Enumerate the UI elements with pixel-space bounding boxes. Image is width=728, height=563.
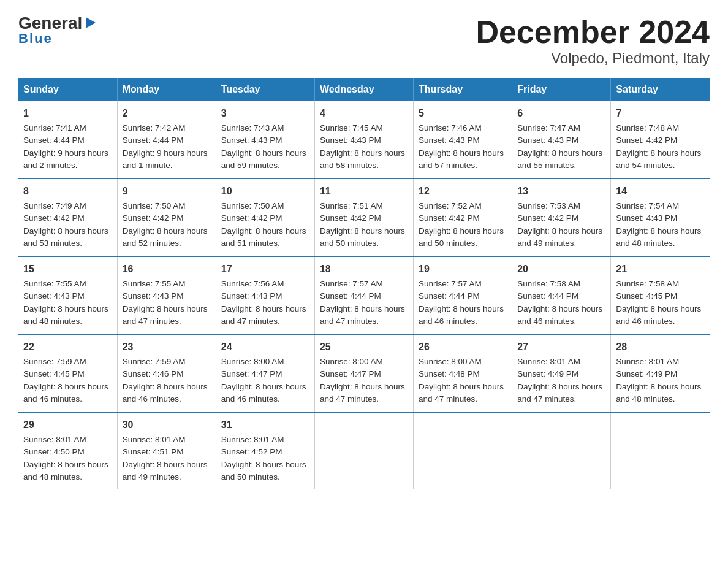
sunrise-text: Sunrise: 7:48 AM bbox=[616, 123, 679, 132]
day-number: 18 bbox=[320, 262, 408, 277]
day-cell bbox=[414, 412, 512, 489]
daylight-label: Daylight: 8 hours hours bbox=[320, 304, 405, 313]
daylight-label: Daylight: 8 hours hours bbox=[123, 460, 208, 469]
calendar-page: General Blue December 2024 Volpedo, Pied… bbox=[0, 0, 728, 508]
header-saturday: Saturday bbox=[611, 78, 710, 101]
header: General Blue December 2024 Volpedo, Pied… bbox=[18, 15, 710, 67]
sunset-text: Sunset: 4:43 PM bbox=[419, 136, 480, 145]
sunset-text: Sunset: 4:42 PM bbox=[23, 213, 85, 223]
daylight-minutes: and 46 minutes. bbox=[23, 394, 82, 404]
daylight-label: Daylight: 8 hours hours bbox=[517, 148, 602, 158]
sunset-text: Sunset: 4:51 PM bbox=[123, 447, 184, 456]
day-cell: 23Sunrise: 7:59 AMSunset: 4:46 PMDayligh… bbox=[117, 334, 216, 412]
daylight-label: Daylight: 8 hours hours bbox=[616, 382, 701, 391]
day-cell bbox=[611, 412, 710, 489]
header-tuesday: Tuesday bbox=[216, 78, 314, 101]
daylight-minutes: and 48 minutes. bbox=[616, 394, 675, 404]
sunset-text: Sunset: 4:43 PM bbox=[616, 213, 677, 223]
daylight-minutes: and 50 minutes. bbox=[320, 239, 379, 248]
daylight-minutes: and 47 minutes. bbox=[320, 316, 379, 326]
header-thursday: Thursday bbox=[414, 78, 512, 101]
sunrise-text: Sunrise: 7:45 AM bbox=[320, 123, 383, 132]
day-cell bbox=[314, 412, 413, 489]
daylight-label: Daylight: 8 hours hours bbox=[419, 304, 504, 313]
sunset-text: Sunset: 4:43 PM bbox=[123, 291, 184, 301]
day-number: 26 bbox=[419, 340, 507, 354]
header-sunday: Sunday bbox=[18, 78, 117, 101]
daylight-minutes: and 50 minutes. bbox=[419, 239, 477, 248]
daylight-label: Daylight: 8 hours hours bbox=[221, 304, 306, 313]
daylight-label: Daylight: 8 hours hours bbox=[419, 226, 504, 236]
day-number: 22 bbox=[23, 340, 112, 354]
day-cell: 30Sunrise: 8:01 AMSunset: 4:51 PMDayligh… bbox=[117, 412, 216, 489]
sunset-text: Sunset: 4:42 PM bbox=[320, 213, 381, 223]
svg-marker-0 bbox=[86, 17, 96, 28]
sunset-text: Sunset: 4:47 PM bbox=[320, 369, 381, 378]
day-number: 16 bbox=[123, 262, 211, 277]
day-cell: 22Sunrise: 7:59 AMSunset: 4:45 PMDayligh… bbox=[18, 334, 117, 412]
sunset-text: Sunset: 4:52 PM bbox=[221, 447, 282, 456]
day-cell: 4Sunrise: 7:45 AMSunset: 4:43 PMDaylight… bbox=[314, 101, 413, 178]
daylight-label: Daylight: 8 hours hours bbox=[419, 382, 504, 391]
day-number: 6 bbox=[517, 106, 605, 121]
sunset-text: Sunset: 4:48 PM bbox=[419, 369, 480, 378]
logo-arrow-icon bbox=[83, 16, 97, 29]
sunset-text: Sunset: 4:43 PM bbox=[517, 136, 578, 145]
day-cell bbox=[512, 412, 611, 489]
day-number: 30 bbox=[123, 418, 211, 432]
day-number: 2 bbox=[123, 106, 211, 121]
sunset-text: Sunset: 4:43 PM bbox=[23, 291, 85, 301]
calendar-table: SundayMondayTuesdayWednesdayThursdayFrid… bbox=[18, 78, 710, 489]
sunrise-text: Sunrise: 7:59 AM bbox=[23, 357, 86, 366]
day-number: 10 bbox=[221, 184, 309, 199]
day-number: 4 bbox=[320, 106, 408, 121]
sunset-text: Sunset: 4:50 PM bbox=[23, 447, 85, 456]
day-cell: 28Sunrise: 8:01 AMSunset: 4:49 PMDayligh… bbox=[611, 334, 710, 412]
daylight-minutes: and 57 minutes. bbox=[419, 161, 477, 170]
sunrise-text: Sunrise: 8:00 AM bbox=[320, 357, 383, 366]
day-number: 13 bbox=[517, 184, 605, 199]
daylight-minutes: and 49 minutes. bbox=[123, 472, 181, 481]
daylight-label: Daylight: 8 hours hours bbox=[221, 382, 306, 391]
day-number: 5 bbox=[419, 106, 507, 121]
sunset-text: Sunset: 4:44 PM bbox=[320, 291, 381, 301]
daylight-minutes: and 51 minutes. bbox=[221, 239, 280, 248]
sunset-text: Sunset: 4:49 PM bbox=[616, 369, 677, 378]
logo-text-blue: Blue bbox=[18, 31, 53, 47]
daylight-label: Daylight: 8 hours hours bbox=[221, 460, 306, 469]
sunrise-text: Sunrise: 7:54 AM bbox=[616, 201, 679, 210]
day-cell: 11Sunrise: 7:51 AMSunset: 4:42 PMDayligh… bbox=[314, 178, 413, 256]
sunrise-text: Sunrise: 7:53 AM bbox=[517, 201, 580, 210]
sunrise-text: Sunrise: 7:59 AM bbox=[123, 357, 186, 366]
sunset-text: Sunset: 4:45 PM bbox=[23, 369, 85, 378]
logo-text-general: General bbox=[18, 15, 82, 32]
week-row-5: 29Sunrise: 8:01 AMSunset: 4:50 PMDayligh… bbox=[18, 412, 710, 489]
day-cell: 15Sunrise: 7:55 AMSunset: 4:43 PMDayligh… bbox=[18, 256, 117, 334]
daylight-minutes: and 46 minutes. bbox=[123, 394, 181, 404]
sunrise-text: Sunrise: 7:51 AM bbox=[320, 201, 383, 210]
day-cell: 9Sunrise: 7:50 AMSunset: 4:42 PMDaylight… bbox=[117, 178, 216, 256]
sunset-text: Sunset: 4:44 PM bbox=[419, 291, 480, 301]
day-cell: 14Sunrise: 7:54 AMSunset: 4:43 PMDayligh… bbox=[611, 178, 710, 256]
sunset-text: Sunset: 4:47 PM bbox=[221, 369, 282, 378]
daylight-minutes: and 46 minutes. bbox=[517, 316, 576, 326]
daylight-minutes: and 49 minutes. bbox=[517, 239, 576, 248]
sunrise-text: Sunrise: 8:01 AM bbox=[23, 435, 86, 444]
day-cell: 27Sunrise: 8:01 AMSunset: 4:49 PMDayligh… bbox=[512, 334, 611, 412]
daylight-label: Daylight: 8 hours hours bbox=[23, 382, 108, 391]
daylight-label: Daylight: 8 hours hours bbox=[23, 460, 108, 469]
sunrise-text: Sunrise: 7:49 AM bbox=[23, 201, 86, 210]
sunset-text: Sunset: 4:43 PM bbox=[221, 136, 282, 145]
day-cell: 2Sunrise: 7:42 AMSunset: 4:44 PMDaylight… bbox=[117, 101, 216, 178]
day-cell: 7Sunrise: 7:48 AMSunset: 4:42 PMDaylight… bbox=[611, 101, 710, 178]
day-cell: 10Sunrise: 7:50 AMSunset: 4:42 PMDayligh… bbox=[216, 178, 314, 256]
day-number: 23 bbox=[123, 340, 211, 354]
daylight-minutes: and 1 minute. bbox=[123, 161, 173, 170]
daylight-minutes: and 52 minutes. bbox=[123, 239, 181, 248]
daylight-minutes: and 46 minutes. bbox=[221, 394, 280, 404]
daylight-label: Daylight: 8 hours hours bbox=[616, 148, 701, 158]
day-cell: 24Sunrise: 8:00 AMSunset: 4:47 PMDayligh… bbox=[216, 334, 314, 412]
daylight-minutes: and 50 minutes. bbox=[221, 472, 280, 481]
sunrise-text: Sunrise: 7:58 AM bbox=[616, 279, 679, 288]
sunrise-text: Sunrise: 8:01 AM bbox=[517, 357, 580, 366]
